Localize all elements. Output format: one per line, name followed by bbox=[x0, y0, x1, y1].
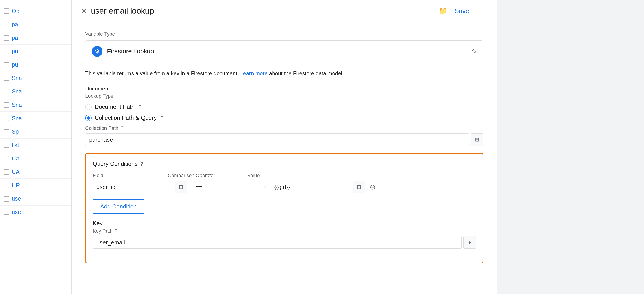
dialog-body: Variable Type ⚙ Firestore Lookup ✎ This … bbox=[72, 22, 497, 294]
key-section: Key Key Path ? ⊞ bbox=[93, 220, 476, 249]
sidebar-checkbox[interactable] bbox=[4, 156, 9, 161]
list-item[interactable]: UR bbox=[0, 179, 72, 192]
list-item[interactable]: pa bbox=[0, 18, 72, 31]
dialog-title: user email lookup bbox=[91, 6, 437, 16]
sidebar-item-label: Sna bbox=[12, 75, 22, 82]
key-title: Key bbox=[93, 220, 476, 227]
sidebar-item-label: Sna bbox=[12, 88, 22, 95]
dialog-panel: × user email lookup 📁 Save ⋮ Variable Ty… bbox=[72, 0, 497, 294]
list-item[interactable]: Sna bbox=[0, 98, 72, 112]
field-column-label: Field bbox=[93, 173, 164, 178]
edit-icon[interactable]: ✎ bbox=[472, 48, 477, 55]
query-conditions-help-icon: ? bbox=[140, 161, 143, 167]
document-path-radio-label: Document Path bbox=[95, 103, 135, 110]
list-item[interactable]: UA bbox=[0, 165, 72, 179]
condition-op-row: ==!=<<=>>=array-containsinnot-in bbox=[191, 181, 267, 193]
sidebar-checkbox[interactable] bbox=[4, 8, 9, 14]
sidebar-checkbox[interactable] bbox=[4, 196, 9, 201]
list-item[interactable]: Sna bbox=[0, 85, 72, 98]
sidebar-checkbox[interactable] bbox=[4, 129, 9, 135]
sidebar-checkbox[interactable] bbox=[4, 49, 9, 54]
sidebar-item-label: Sp bbox=[12, 128, 19, 135]
sidebar-checkbox[interactable] bbox=[4, 22, 9, 27]
document-label: Document bbox=[85, 86, 483, 92]
collection-path-field-label: Collection Path ? bbox=[85, 125, 483, 131]
collection-path-radio[interactable]: Collection Path & Query ? bbox=[85, 114, 483, 121]
sidebar-item-label: use bbox=[12, 209, 21, 216]
condition-op-select[interactable]: ==!=<<=>>=array-containsinnot-in bbox=[191, 181, 267, 193]
key-path-input-row: ⊞ bbox=[93, 236, 476, 249]
sidebar-checkbox[interactable] bbox=[4, 116, 9, 121]
sidebar-checkbox[interactable] bbox=[4, 183, 9, 188]
list-item[interactable]: Ob bbox=[0, 4, 72, 18]
condition-value-input[interactable] bbox=[270, 181, 351, 193]
sidebar-item-label: UA bbox=[12, 168, 20, 175]
sidebar-item-label: UR bbox=[12, 182, 20, 189]
folder-icon: 📁 bbox=[438, 7, 448, 15]
save-button[interactable]: Save bbox=[451, 5, 472, 16]
collection-path-input[interactable] bbox=[85, 133, 469, 146]
more-options-button[interactable]: ⋮ bbox=[476, 5, 488, 16]
query-conditions-title: Query Conditions bbox=[93, 160, 138, 167]
collection-path-radio-label: Collection Path & Query bbox=[95, 114, 157, 121]
value-column-label: Value bbox=[248, 173, 324, 178]
remove-condition-button[interactable]: ⊖ bbox=[369, 182, 376, 192]
dialog-header: × user email lookup 📁 Save ⋮ bbox=[72, 0, 497, 22]
sidebar-checkbox[interactable] bbox=[4, 89, 9, 94]
sidebar-item-label: pu bbox=[12, 48, 18, 55]
query-conditions-box: Query Conditions ? Field Comparison Oper… bbox=[85, 153, 483, 263]
sidebar-checkbox[interactable] bbox=[4, 210, 9, 215]
list-item[interactable]: tikt bbox=[0, 152, 72, 165]
collection-path-help-icon: ? bbox=[161, 115, 163, 121]
sidebar-item-label: Ob bbox=[12, 7, 20, 14]
sidebar-checkbox[interactable] bbox=[4, 143, 9, 148]
condition-val-row: ⊞ bbox=[270, 181, 365, 193]
sidebar-checkbox[interactable] bbox=[4, 76, 9, 81]
collection-path-radio-inner bbox=[87, 116, 90, 120]
add-condition-button[interactable]: Add Condition bbox=[93, 199, 144, 214]
list-item[interactable]: tikt bbox=[0, 139, 72, 152]
list-item[interactable]: pu bbox=[0, 58, 72, 71]
sidebar-item-label: pu bbox=[12, 61, 18, 68]
condition-field-row: ⊞ bbox=[93, 181, 187, 193]
sidebar-checkbox[interactable] bbox=[4, 169, 9, 175]
condition-field-variable-picker[interactable]: ⊞ bbox=[175, 181, 187, 193]
document-path-radio[interactable]: Document Path ? bbox=[85, 103, 483, 110]
condition-field-input[interactable] bbox=[93, 181, 173, 193]
key-path-input[interactable] bbox=[93, 236, 462, 249]
sidebar-checkbox[interactable] bbox=[4, 102, 9, 108]
sidebar-checkbox[interactable] bbox=[4, 62, 9, 67]
list-item[interactable]: use bbox=[0, 206, 72, 219]
sidebar-item-label: Sna bbox=[12, 115, 22, 122]
condition-value-variable-picker[interactable]: ⊞ bbox=[353, 181, 365, 193]
document-path-radio-circle bbox=[85, 104, 92, 110]
list-item[interactable]: Sna bbox=[0, 112, 72, 125]
sidebar-checkbox[interactable] bbox=[4, 35, 9, 41]
key-path-label: Key Path ? bbox=[93, 228, 476, 234]
sidebar-item-label: Sna bbox=[12, 101, 22, 108]
main-area: × user email lookup 📁 Save ⋮ Variable Ty… bbox=[72, 0, 644, 294]
document-path-help-icon: ? bbox=[139, 104, 142, 110]
key-path-help-icon: ? bbox=[115, 228, 118, 234]
variable-type-card: ⚙ Firestore Lookup ✎ bbox=[85, 40, 483, 62]
list-item[interactable]: pa bbox=[0, 31, 72, 45]
collection-path-radio-circle bbox=[85, 115, 92, 121]
learn-more-link[interactable]: Learn more bbox=[240, 70, 268, 76]
sidebar-item-label: use bbox=[12, 195, 21, 202]
sidebar-item-label: tikt bbox=[12, 155, 19, 162]
list-item[interactable]: Sna bbox=[0, 71, 72, 85]
comparison-operator-column-label: Comparison Operator bbox=[168, 173, 244, 178]
close-button[interactable]: × bbox=[81, 6, 87, 16]
collection-path-variable-picker[interactable]: ⊞ bbox=[471, 133, 483, 146]
variable-type-label: Variable Type bbox=[85, 31, 483, 37]
condition-row-1: ⊞ ==!=<<=>>=array-containsinnot-in ⊞ ⊖ bbox=[93, 181, 476, 193]
lookup-type-label: Lookup Type bbox=[85, 93, 483, 99]
list-item[interactable]: pu bbox=[0, 45, 72, 58]
info-text-before: This variable returns a value from a key… bbox=[85, 70, 239, 76]
collection-path-input-row: ⊞ bbox=[85, 133, 483, 146]
list-item[interactable]: use bbox=[0, 192, 72, 206]
firestore-icon: ⚙ bbox=[92, 46, 102, 57]
sidebar-item-label: tikt bbox=[12, 142, 19, 148]
key-path-variable-picker[interactable]: ⊞ bbox=[464, 236, 476, 249]
list-item[interactable]: Sp bbox=[0, 125, 72, 139]
